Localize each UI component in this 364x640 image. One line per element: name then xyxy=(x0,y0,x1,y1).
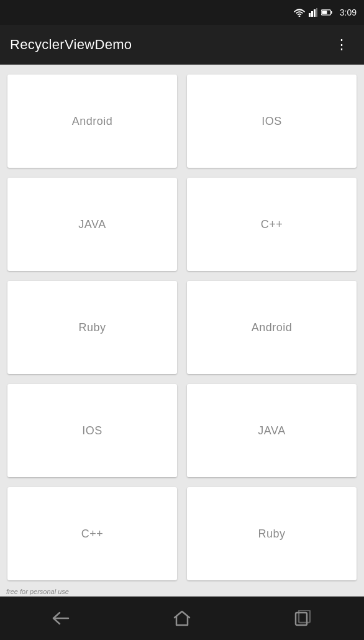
card-label-7: IOS xyxy=(82,424,102,437)
svg-point-0 xyxy=(298,16,300,17)
recents-button[interactable] xyxy=(284,606,322,631)
status-time: 3:09 xyxy=(340,7,357,17)
grid-card-10[interactable]: Ruby xyxy=(187,487,357,580)
card-label-6: Android xyxy=(252,321,293,334)
back-icon xyxy=(52,611,70,625)
grid-card-8[interactable]: JAVA xyxy=(187,384,357,477)
watermark: free for personal use xyxy=(6,588,69,595)
grid-card-5[interactable]: Ruby xyxy=(7,281,177,374)
status-icons: 3:09 xyxy=(294,7,357,17)
svg-rect-3 xyxy=(314,9,316,17)
card-label-8: JAVA xyxy=(258,424,285,437)
grid-card-3[interactable]: JAVA xyxy=(7,178,177,271)
card-label-1: Android xyxy=(72,115,113,128)
battery-icon xyxy=(321,8,332,17)
svg-rect-7 xyxy=(322,11,327,14)
signal-icon xyxy=(309,8,317,17)
svg-rect-6 xyxy=(330,11,332,14)
navigation-bar xyxy=(0,597,364,640)
wifi-icon xyxy=(294,8,305,17)
card-label-5: Ruby xyxy=(78,321,106,334)
items-grid: AndroidIOSJAVAC++RubyAndroidIOSJAVAC++Ru… xyxy=(7,75,357,580)
home-button[interactable] xyxy=(163,606,201,631)
app-bar: RecyclerViewDemo ⋮ xyxy=(0,25,364,65)
status-bar: 3:09 xyxy=(0,0,364,25)
grid-card-4[interactable]: C++ xyxy=(187,178,357,271)
home-icon xyxy=(173,610,191,626)
back-button[interactable] xyxy=(42,606,80,631)
grid-card-6[interactable]: Android xyxy=(187,281,357,374)
svg-rect-4 xyxy=(316,8,317,17)
content-area: AndroidIOSJAVAC++RubyAndroidIOSJAVAC++Ru… xyxy=(0,65,364,597)
svg-rect-2 xyxy=(311,11,313,17)
card-label-3: JAVA xyxy=(78,218,106,231)
card-label-2: IOS xyxy=(262,115,282,128)
grid-card-1[interactable]: Android xyxy=(7,75,177,168)
card-label-10: Ruby xyxy=(258,528,285,541)
card-label-4: C++ xyxy=(261,218,283,231)
more-options-button[interactable]: ⋮ xyxy=(330,33,354,57)
grid-card-2[interactable]: IOS xyxy=(187,75,357,168)
grid-card-9[interactable]: C++ xyxy=(7,487,177,580)
card-label-9: C++ xyxy=(81,528,104,541)
svg-rect-1 xyxy=(309,13,311,17)
recents-icon xyxy=(294,610,312,626)
app-title: RecyclerViewDemo xyxy=(10,37,132,53)
grid-card-7[interactable]: IOS xyxy=(7,384,177,477)
